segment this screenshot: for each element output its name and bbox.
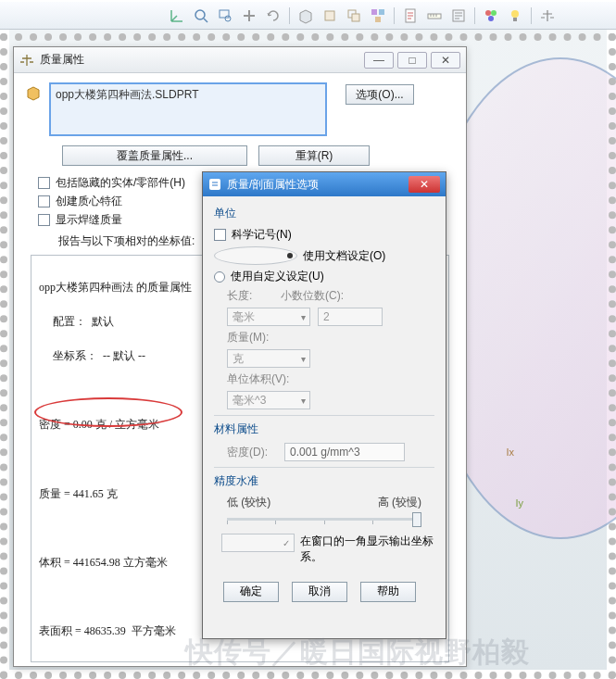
balance-icon[interactable]	[537, 6, 558, 25]
dialog-close-button[interactable]: ✕	[409, 176, 440, 193]
show-weld-label: 显示焊缝质量	[56, 212, 122, 228]
svg-point-0	[195, 10, 205, 19]
help-button[interactable]: 帮助	[360, 582, 416, 602]
palette-icon[interactable]	[481, 6, 501, 25]
multibody-icon[interactable]	[368, 6, 388, 25]
recalculate-button[interactable]: 重算(R)	[258, 145, 370, 166]
svg-rect-16	[513, 18, 517, 21]
svg-rect-1	[220, 10, 229, 18]
zoom-window-icon[interactable]	[215, 6, 235, 25]
props-icon[interactable]	[448, 6, 469, 25]
decimals-input: 2	[318, 308, 383, 326]
doc-icon[interactable]	[400, 6, 421, 25]
zoom-fit-icon[interactable]	[191, 6, 211, 25]
box2-icon[interactable]	[344, 6, 364, 25]
svg-rect-17	[209, 179, 220, 190]
include-hidden-label: 包括隐藏的实体/零部件(H)	[56, 175, 185, 191]
length-unit-select: 毫米	[227, 308, 310, 326]
main-toolbar	[0, 2, 616, 30]
file-name: opp大楼第四种画法.SLDPRT	[56, 88, 198, 101]
svg-point-12	[485, 10, 491, 16]
svg-rect-10	[428, 14, 441, 19]
create-com-checkbox[interactable]	[38, 195, 50, 207]
use-document-radio[interactable]	[214, 246, 297, 265]
mass-section-options-dialog: 质量/剖面属性选项 ✕ 单位 科学记号(N) 使用文档设定(O) 使用自定义设定…	[202, 171, 446, 639]
scientific-notation-checkbox[interactable]	[214, 229, 226, 241]
precision-slider[interactable]	[227, 518, 421, 521]
override-mass-button[interactable]: 覆盖质量属性...	[62, 145, 247, 166]
options-button[interactable]: 选项(O)...	[346, 84, 414, 105]
svg-rect-6	[371, 9, 377, 15]
svg-point-2	[225, 16, 231, 21]
info-icon	[208, 178, 221, 191]
svg-rect-8	[375, 17, 381, 22]
dialog-titlebar[interactable]: 质量/剖面属性选项 ✕	[203, 172, 446, 196]
maximize-button[interactable]: □	[397, 52, 427, 69]
volume-unit-select: 毫米^3	[227, 391, 310, 409]
show-weld-checkbox[interactable]	[38, 214, 50, 226]
use-custom-radio[interactable]	[214, 271, 225, 283]
ruler-icon[interactable]	[424, 6, 445, 25]
minimize-button[interactable]: —	[364, 52, 394, 69]
light-icon[interactable]	[505, 6, 525, 25]
svg-point-15	[511, 10, 519, 18]
svg-rect-7	[379, 9, 384, 15]
create-com-label: 创建质心特征	[56, 194, 122, 209]
slider-handle[interactable]	[412, 512, 421, 527]
svg-rect-5	[352, 14, 359, 21]
part-icon	[25, 84, 42, 101]
mass-properties-titlebar[interactable]: 质量属性 — □ ✕	[14, 47, 466, 73]
watermark-text: 快传号／暖日国际视野柏毅	[185, 634, 530, 672]
cancel-button[interactable]: 取消	[292, 582, 347, 602]
material-group-label: 材料属性	[214, 421, 434, 437]
svg-point-14	[488, 16, 494, 21]
ok-button[interactable]: 确定	[223, 582, 279, 602]
precision-group-label: 精度水准	[214, 473, 434, 489]
axis-icon[interactable]	[167, 6, 187, 25]
axis-y-label: Iy	[515, 497, 523, 509]
box1-icon[interactable]	[320, 6, 340, 25]
pan-icon[interactable]	[239, 6, 259, 25]
close-button[interactable]: ✕	[431, 52, 460, 69]
file-list-box[interactable]: opp大楼第四种画法.SLDPRT	[49, 82, 327, 136]
mass-unit-select: 克	[227, 349, 310, 368]
density-input[interactable]: 0.001 g/mm^3	[284, 443, 405, 461]
show-coord-corner-checkbox[interactable]	[221, 534, 295, 552]
units-group-label: 单位	[214, 206, 434, 221]
svg-point-13	[491, 10, 497, 16]
rotate-icon[interactable]	[263, 6, 283, 25]
window-title: 质量属性	[40, 52, 358, 68]
section-icon[interactable]	[295, 6, 316, 25]
dialog-title: 质量/剖面属性选项	[227, 177, 403, 193]
include-hidden-checkbox[interactable]	[38, 177, 50, 189]
axis-x-label: Ix	[506, 446, 514, 458]
svg-rect-3	[325, 11, 334, 20]
balance-icon	[19, 53, 34, 68]
